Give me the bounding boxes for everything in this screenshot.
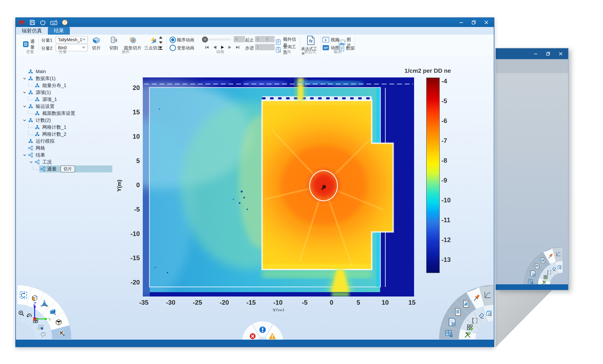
tree-item-source1[interactable]: 源项_1 [22, 96, 119, 103]
group-operation: 切片 切割 圆形切片 三点切片 操作 [87, 35, 164, 55]
y-axis-label: Y(m) [116, 180, 122, 192]
tree-item-main[interactable]: Main [22, 68, 119, 75]
notification-fan[interactable] [242, 320, 283, 340]
tree-item-mesh-tally1[interactable]: 网格计数_1 [22, 124, 119, 131]
close-button[interactable] [558, 51, 564, 56]
chevron-down-icon[interactable] [28, 160, 34, 164]
range-start-field[interactable]: 0 [255, 36, 265, 42]
tree-item-xsec-database[interactable]: 截面数据库设置 [22, 110, 119, 117]
slice-icon [92, 36, 101, 44]
y-tick: -5 [124, 206, 140, 213]
tree-item-flux-selected[interactable]: 通量切片 [22, 165, 119, 172]
group-label: 动画 [166, 49, 274, 55]
main-titlebar [16, 18, 494, 27]
x-tick: -20 [212, 299, 236, 306]
viewport[interactable]: Main 数据库(1) 能量分布_1 源项(1) 源项_1 输运设置 截面数据库… [16, 55, 494, 340]
save-icon[interactable] [29, 20, 35, 25]
axis-triad: Z Y [28, 302, 50, 323]
cb-tick: -12 [441, 236, 451, 243]
x-tick: -25 [185, 299, 210, 306]
cb-tick: -10 [441, 197, 451, 204]
keyboard-icon[interactable] [50, 20, 57, 25]
component1-value: TallyMesh_1 [58, 37, 82, 42]
frame-field[interactable]: 0 [233, 36, 245, 42]
restore-button[interactable] [545, 51, 551, 56]
group-scroll-arrows[interactable] [159, 36, 163, 50]
cb-tick: -4 [441, 77, 447, 85]
slice-button[interactable]: 切片 [92, 36, 101, 51]
group-label: 操作 [87, 49, 164, 55]
sequence-animation-radio[interactable] [170, 37, 176, 43]
tree-item-results[interactable]: 结果 [22, 152, 119, 158]
video-output-button[interactable]: 视频 [322, 37, 339, 43]
video-icon [322, 37, 329, 43]
animation-slider-knob[interactable] [202, 36, 208, 43]
tree-item-mesh[interactable]: 网格 [22, 144, 119, 152]
chevron-down-icon[interactable] [22, 90, 28, 94]
cb-tick: -13 [441, 256, 451, 264]
scroll-down-icon[interactable] [159, 41, 162, 44]
separator [355, 36, 355, 51]
tree-item-database[interactable]: 数据库(1) [22, 75, 119, 82]
cb-tick: -8 [441, 157, 447, 164]
flux-label: 通量 [30, 38, 38, 50]
tree-item-energy-dist[interactable]: 能量分布_1 [22, 82, 119, 89]
scroll-up-icon[interactable] [159, 36, 162, 39]
y-tick: 10 [124, 133, 140, 140]
nav-wheel-right[interactable] [439, 285, 494, 340]
circle-slice-button[interactable]: 圆形切片 [124, 36, 141, 51]
x-tick: 10 [373, 299, 397, 306]
y-tick: -20 [124, 279, 140, 286]
x-tick: 15 [400, 299, 424, 306]
secondary-titlebar [496, 48, 568, 59]
range-label: 起止 [245, 37, 254, 43]
tree-item-case[interactable]: 工况 [22, 158, 119, 165]
secondary-nav-wheel[interactable] [523, 246, 563, 287]
colorbar-title: 1/cm2 per DD ne [405, 67, 485, 74]
y-tick: -10 [124, 230, 140, 238]
y-tick: 0 [124, 181, 140, 189]
x-tick: -10 [266, 299, 290, 306]
tree-item-transport-settings[interactable]: 输运设置 [22, 103, 119, 110]
help-icon[interactable] [62, 20, 68, 25]
cut-button[interactable]: 切割 [109, 36, 118, 51]
chevron-down-icon[interactable] [22, 118, 28, 122]
fx-icon [306, 35, 315, 45]
component1-dropdown[interactable]: TallyMesh_1 [56, 36, 88, 43]
tree-item-source[interactable]: 源项(1) [22, 89, 119, 96]
minimize-button[interactable] [533, 51, 539, 56]
power-icon[interactable] [40, 20, 46, 25]
x-tick: -35 [132, 299, 156, 306]
tab-result[interactable]: 结果 [48, 27, 70, 35]
minimize-button[interactable] [458, 20, 464, 25]
tree-item-run-simulation[interactable]: 运行模拟 [22, 138, 119, 144]
cut-icon [110, 36, 118, 44]
circle-slice-icon [128, 36, 137, 44]
chevron-down-icon[interactable] [22, 77, 28, 80]
secondary-canvas [496, 73, 568, 284]
y-tick: -15 [124, 254, 140, 262]
range-end-field[interactable]: 0 [264, 36, 275, 42]
video-label: 视频 [331, 37, 339, 43]
sequence-animation-label: 顺序动画 [177, 37, 194, 43]
tree-item-tally[interactable]: 计数(2) [22, 117, 119, 124]
restore-button[interactable] [471, 20, 477, 25]
group-label: 分量 [38, 49, 87, 55]
tree-item-mesh-tally2[interactable]: 网格计数_2 [22, 131, 119, 138]
slice-badge[interactable]: 切片 [60, 165, 75, 172]
chevron-down-icon[interactable] [22, 153, 28, 157]
flux-variable-button[interactable]: D 通量 [23, 38, 38, 50]
main-window: 辐射仿真 结果 D 通量 变量 分量1 TallyMesh_1 分量2 Bin0… [15, 17, 494, 347]
group-component: 分量1 TallyMesh_1 分量2 Bin0 分量 [38, 35, 87, 55]
close-button[interactable] [483, 20, 489, 25]
secondary-toolbar-strip [496, 59, 568, 73]
flux-badge: D [23, 41, 29, 47]
cb-tick: -7 [441, 137, 447, 144]
chevron-down-icon [82, 47, 85, 49]
group-label: 查询 [274, 49, 300, 55]
three-point-slice-icon [149, 36, 157, 44]
flux-heatmap[interactable] [143, 77, 414, 297]
group-variable: D 通量 变量 [22, 35, 38, 55]
chevron-down-icon[interactable] [22, 104, 28, 108]
tab-radiation-simulation[interactable]: 辐射仿真 [16, 27, 48, 35]
